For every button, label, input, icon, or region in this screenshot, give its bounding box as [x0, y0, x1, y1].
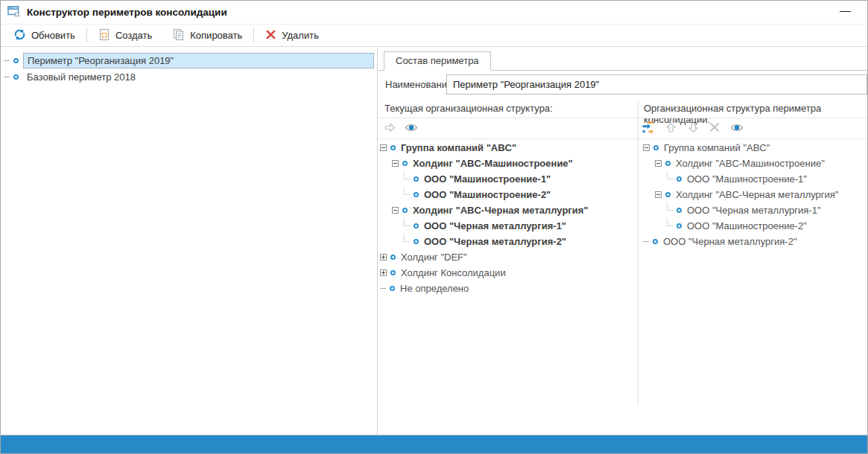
move-down-button[interactable] [685, 119, 701, 135]
move-to-structure-icon [642, 121, 655, 134]
tree-node-label: ООО "Черная металлургия-2" [423, 236, 566, 247]
tree-node[interactable]: ООО "Машиностроение-1" [380, 171, 638, 187]
node-circle-icon [653, 239, 658, 244]
tree-node-label: ООО "Машиностроение-2" [686, 220, 807, 231]
tree-node-label: ООО "Черная металлургия-2" [662, 236, 797, 247]
node-circle-icon [390, 255, 396, 260]
perimeter-list-item[interactable]: Периметр "Реорганизация 2019" [4, 53, 377, 68]
delete-button[interactable]: Удалить [261, 27, 323, 45]
tree-node[interactable]: Холдинг "DEF" [380, 249, 638, 265]
perimeter-item-label[interactable]: Базовый периметр 2018 [23, 70, 139, 84]
copy-icon [171, 28, 185, 43]
node-circle-icon [665, 192, 671, 197]
create-label: Создать [115, 30, 152, 41]
toolbar-separator [253, 28, 254, 42]
title-bar: Конструктор периметров консолидации — [1, 1, 867, 25]
tree-node[interactable]: ООО "Машиностроение-2" [643, 218, 867, 234]
tree-node-label: Группа компаний "ABC" [663, 142, 770, 153]
perimeter-list: Периметр "Реорганизация 2019"Базовый пер… [1, 48, 378, 435]
tree-leaf-connector [404, 187, 411, 195]
eye-icon [730, 123, 744, 132]
pane-divider[interactable] [638, 101, 639, 406]
tree-node[interactable]: Холдинг "ABC-Машиностроение" [380, 156, 638, 171]
tree-leaf-connector [667, 171, 674, 179]
tree-node[interactable]: ООО "Машиностроение-1" [643, 171, 867, 187]
collapse-icon[interactable] [380, 144, 387, 151]
tree-node[interactable]: Холдинг Консолидации [380, 265, 638, 281]
node-circle-icon [402, 161, 408, 166]
separator-line [378, 118, 867, 118]
tab-perimeter-composition[interactable]: Состав периметра [384, 51, 491, 71]
node-circle-icon [677, 223, 682, 228]
tree-node[interactable]: ООО "Черная металлургия-1" [380, 218, 638, 234]
arrow-up-icon [665, 121, 677, 134]
node-circle-icon [390, 145, 396, 150]
tree-node[interactable]: ООО "Черная металлургия-2" [380, 234, 638, 249]
toolbar-separator [86, 28, 87, 42]
node-circle-icon [390, 270, 396, 275]
tree-leaf-connector [404, 171, 411, 179]
node-circle-icon [402, 208, 408, 213]
node-circle-icon [665, 161, 671, 166]
tree-node-label: Холдинг "DEF" [400, 252, 467, 263]
arrow-down-icon [687, 121, 700, 134]
collapse-icon[interactable] [392, 207, 399, 214]
collapse-icon[interactable] [655, 191, 662, 198]
tree-leaf-connector [667, 218, 674, 226]
separator-line [378, 138, 867, 139]
name-field-label: Наименование [385, 79, 452, 90]
main-toolbar: Обновить Создать [1, 25, 867, 47]
perimeter-detail-area: Состав периметра Наименование Текущая ор… [378, 48, 867, 435]
node-circle-icon [13, 74, 19, 80]
preview-button[interactable] [403, 119, 419, 135]
remove-from-perimeter-button[interactable] [706, 119, 723, 135]
collapse-icon[interactable] [392, 160, 399, 167]
preview-button[interactable] [729, 119, 745, 135]
node-circle-icon [414, 239, 419, 244]
perimeter-list-item[interactable]: Базовый периметр 2018 [4, 69, 377, 84]
refresh-icon [13, 28, 26, 43]
tree-node[interactable]: ООО "Машиностроение-2" [380, 187, 638, 202]
tree-node-label: ООО "Машиностроение-2" [423, 189, 551, 200]
node-circle-icon [677, 208, 682, 213]
tree-node[interactable]: Холдинг "ABC-Машиностроение" [643, 156, 867, 171]
collapse-icon[interactable] [655, 160, 662, 167]
tree-node-label: Холдинг "ABC-Черная металлургия" [675, 189, 838, 200]
minimize-button[interactable]: — [840, 4, 851, 16]
expand-icon[interactable] [380, 254, 387, 260]
tree-node[interactable]: Группа компаний "ABC" [643, 140, 867, 156]
tree-node[interactable]: ООО "Черная металлургия-1" [643, 202, 867, 218]
delete-x-icon [265, 29, 276, 42]
tree-dash-connector [4, 77, 10, 77]
current-structure-header: Текущая организационная структура: [384, 103, 553, 119]
delete-x-icon [709, 121, 720, 133]
tree-leaf-connector [667, 202, 674, 211]
node-circle-icon [677, 176, 682, 182]
tree-node[interactable]: Холдинг "ABC-Черная металлургия" [643, 187, 867, 202]
tab-strip: Состав периметра [378, 48, 867, 71]
expand-icon[interactable] [380, 269, 387, 276]
tree-node[interactable]: Группа компаний "ABC" [380, 140, 638, 156]
node-circle-icon [653, 145, 659, 150]
tree-leaf-connector [404, 234, 411, 242]
move-to-structure-button[interactable] [640, 119, 656, 135]
tree-node[interactable]: Не определено [380, 281, 638, 296]
refresh-button[interactable]: Обновить [9, 26, 80, 45]
perimeter-item-label[interactable]: Периметр "Реорганизация 2019" [23, 53, 374, 68]
move-right-button[interactable] [381, 119, 398, 135]
tree-dash-connector [4, 60, 10, 61]
tree-node[interactable]: Холдинг "ABC-Черная металлургия" [380, 202, 638, 218]
create-button[interactable]: Создать [94, 26, 156, 45]
tree-node-label: ООО "Черная металлургия-1" [423, 220, 566, 231]
delete-label: Удалить [282, 30, 319, 41]
copy-label: Копировать [190, 30, 242, 41]
move-up-button[interactable] [662, 119, 679, 135]
tree-node-label: Не определено [399, 283, 469, 294]
collapse-icon[interactable] [643, 144, 650, 151]
copy-button[interactable]: Копировать [167, 26, 247, 45]
tree-node-label: ООО "Машиностроение-1" [686, 173, 807, 185]
new-document-icon [98, 28, 110, 43]
name-input[interactable] [446, 74, 867, 95]
tree-node[interactable]: ООО "Черная металлургия-2" [643, 234, 867, 249]
node-circle-icon [13, 58, 19, 63]
